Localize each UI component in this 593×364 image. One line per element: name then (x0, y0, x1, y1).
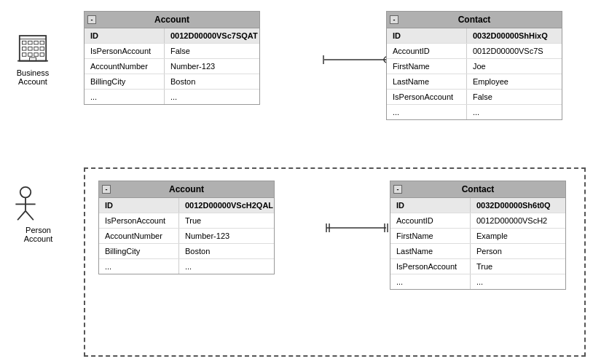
table-row: LastName Employee (387, 74, 562, 90)
person-contact-header: - Contact (390, 181, 565, 198)
table-row: ... ... (390, 274, 565, 289)
table-row: IsPersonAccount False (85, 44, 259, 59)
table-id-row: ID 0032D00000Sh6t0Q (390, 198, 565, 213)
svg-rect-18 (22, 53, 25, 57)
person-icon-area: Person Account (11, 186, 66, 243)
collapse-btn[interactable]: - (393, 185, 402, 194)
person-icon (11, 186, 40, 222)
diagram-area: Business Account - Account ID 0012D00000… (0, 0, 593, 364)
svg-rect-20 (34, 53, 38, 57)
table-row: AccountID 0012D00000VScH2 (390, 213, 565, 229)
svg-rect-10 (22, 41, 25, 44)
table-id-row: ID 0012D00000VScH2QAL (99, 198, 274, 213)
svg-rect-16 (34, 47, 38, 51)
svg-rect-8 (20, 36, 46, 61)
table-row: FirstName Joe (387, 59, 562, 74)
business-label: Business Account (17, 68, 50, 86)
person-account-table: - Account ID 0012D00000VScH2QAL IsPerson… (98, 181, 275, 274)
svg-rect-21 (40, 53, 44, 57)
business-contact-header: - Contact (387, 12, 562, 28)
collapse-btn[interactable]: - (390, 15, 398, 24)
business-icon-area: Business Account (4, 22, 62, 86)
person-label: Person Account (11, 226, 66, 243)
collapse-btn[interactable]: - (87, 15, 96, 24)
svg-rect-12 (34, 41, 38, 44)
building-icon (15, 29, 51, 66)
svg-rect-19 (28, 53, 32, 57)
person-contact-table: - Contact ID 0032D00000Sh6t0Q AccountID … (390, 181, 566, 290)
table-row: ... ... (99, 259, 274, 274)
business-account-table: - Account ID 0012D00000VSc7SQAT IsPerson… (84, 11, 260, 105)
table-row: AccountID 0012D00000VSc7S (387, 44, 562, 59)
svg-line-27 (17, 211, 25, 221)
table-row: IsPersonAccount True (390, 259, 565, 274)
table-row: FirstName Example (390, 229, 565, 244)
table-row: ... ... (387, 105, 562, 119)
table-row: LastName Person (390, 244, 565, 259)
svg-rect-17 (40, 47, 44, 51)
svg-rect-11 (28, 41, 32, 44)
business-contact-table: - Contact ID 0032D00000ShHixQ AccountID … (386, 11, 562, 120)
business-section: Business Account (4, 22, 69, 86)
svg-point-24 (20, 187, 31, 198)
svg-line-28 (25, 211, 34, 221)
svg-rect-14 (22, 47, 25, 51)
table-row: BillingCity Boston (85, 74, 259, 90)
table-id-row: ID 0032D00000ShHixQ (387, 28, 562, 44)
svg-rect-15 (28, 47, 32, 51)
business-account-header: - Account (85, 12, 259, 28)
table-row: IsPersonAccount False (387, 90, 562, 105)
person-account-header: - Account (99, 181, 274, 198)
table-row: AccountNumber Number-123 (85, 59, 259, 74)
svg-rect-13 (40, 41, 44, 44)
table-row: IsPersonAccount True (99, 213, 274, 229)
table-id-row: ID 0012D00000VSc7SQAT (85, 28, 259, 44)
table-row: AccountNumber Number-123 (99, 229, 274, 244)
table-row: ... ... (85, 90, 259, 104)
collapse-btn[interactable]: - (102, 185, 111, 194)
table-row: BillingCity Boston (99, 244, 274, 259)
